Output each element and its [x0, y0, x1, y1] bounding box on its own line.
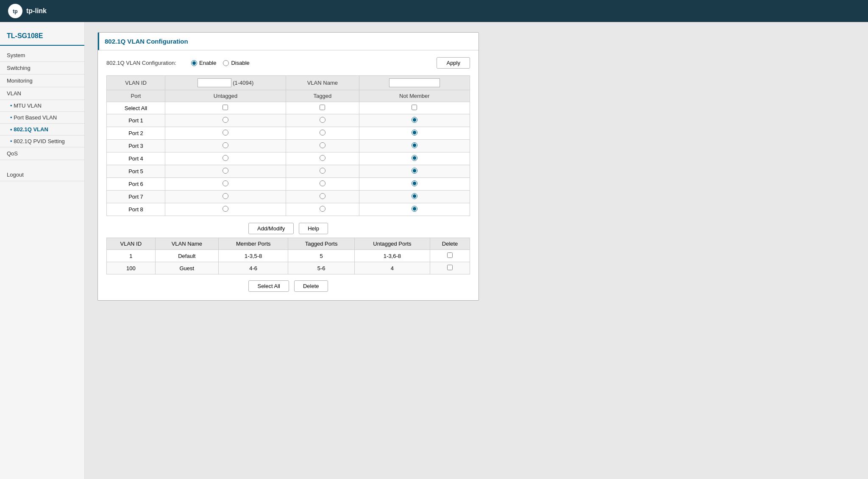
sidebar-item-8021q-vlan[interactable]: 802.1Q VLAN — [0, 124, 84, 136]
table-row: Port 6 — [107, 178, 470, 191]
port4-tagged-radio[interactable] — [320, 155, 326, 161]
vlan-row-delete-checkbox-1[interactable] — [447, 252, 453, 258]
select-all-not-member-cell — [359, 102, 470, 114]
port7-tagged-radio[interactable] — [320, 193, 326, 199]
table-row: Port 5 — [107, 165, 470, 178]
port6-not-member-radio[interactable] — [412, 180, 417, 186]
sidebar-item-logout[interactable]: Logout — [0, 169, 84, 181]
vlan-row-untagged-ports: 4 — [354, 262, 430, 274]
enable-label: Enable — [199, 60, 216, 66]
col-vlan-name-input — [359, 76, 470, 90]
port3-tagged-radio[interactable] — [320, 142, 326, 148]
port1-untagged-radio[interactable] — [223, 117, 228, 123]
main-layout: TL-SG108E System Switching Monitoring VL… — [0, 22, 868, 479]
port2-untagged-radio[interactable] — [223, 130, 228, 136]
help-button[interactable]: Help — [299, 223, 328, 234]
port-label: Port 3 — [107, 140, 165, 152]
port-label: Port 2 — [107, 127, 165, 140]
sidebar-section-vlan: VLAN — [0, 87, 84, 100]
select-all-not-member-checkbox[interactable] — [412, 105, 417, 110]
vlan-id-input[interactable] — [198, 78, 231, 87]
port8-tagged-radio[interactable] — [320, 206, 326, 212]
col-vlan-id: VLAN ID — [107, 76, 165, 90]
bottom-col-untagged-ports: Untagged Ports — [354, 238, 430, 250]
vlan-id-range: (1-4094) — [233, 80, 253, 86]
select-all-row: Select All — [107, 102, 470, 114]
panel-title: 802.1Q VLAN Configuration — [98, 33, 479, 50]
bottom-btn-row: Select All Delete — [106, 280, 470, 292]
vlan-row-delete-cell — [430, 262, 470, 274]
vlan-row-id: 1 — [107, 250, 156, 262]
port6-tagged-radio[interactable] — [320, 180, 326, 186]
vlan-list-row: 100 Guest 4-6 5-6 4 — [107, 262, 470, 274]
bottom-col-tagged-ports: Tagged Ports — [288, 238, 354, 250]
vlan-row-tagged-ports: 5 — [288, 250, 354, 262]
port5-untagged-radio[interactable] — [223, 168, 228, 174]
table-row: Port 2 — [107, 127, 470, 140]
port4-untagged-radio[interactable] — [223, 155, 228, 161]
sidebar-item-monitoring[interactable]: Monitoring — [0, 75, 84, 87]
col-vlan-id-input: (1-4094) — [165, 76, 286, 90]
port-label: Port 5 — [107, 165, 165, 178]
config-label: 802.1Q VLAN Configuration: — [106, 60, 183, 66]
sidebar-item-mtu-vlan[interactable]: MTU VLAN — [0, 100, 84, 112]
port2-tagged-radio[interactable] — [320, 130, 326, 136]
vlan-row-member-ports: 4-6 — [219, 262, 288, 274]
sidebar-item-port-based-vlan[interactable]: Port Based VLAN — [0, 112, 84, 124]
vlan-name-input[interactable] — [389, 78, 440, 87]
vlan-config-panel: 802.1Q VLAN Configuration 802.1Q VLAN Co… — [97, 32, 479, 301]
port7-untagged-radio[interactable] — [223, 193, 228, 199]
port5-not-member-radio[interactable] — [412, 168, 417, 174]
vlan-config-table: VLAN ID (1-4094) VLAN Name Port Untagged — [106, 75, 470, 216]
col-vlan-name: VLAN Name — [286, 76, 359, 90]
table-row: Port 7 — [107, 191, 470, 203]
radio-group: Enable Disable — [191, 60, 250, 66]
port7-not-member-radio[interactable] — [412, 193, 417, 199]
vlan-list-table: VLAN ID VLAN Name Member Ports Tagged Po… — [106, 238, 470, 274]
sidebar-item-8021q-pvid[interactable]: 802.1Q PVID Setting — [0, 136, 84, 147]
sidebar-item-qos[interactable]: QoS — [0, 147, 84, 160]
port-label: Port 8 — [107, 203, 165, 216]
table-row: Port 1 — [107, 114, 470, 127]
table-row: Port 8 — [107, 203, 470, 216]
header: tp tp-link — [0, 0, 868, 22]
device-name: TL-SG108E — [0, 29, 84, 46]
port4-not-member-radio[interactable] — [412, 155, 417, 161]
vlan-row-name: Guest — [155, 262, 218, 274]
delete-button[interactable]: Delete — [294, 280, 328, 292]
col-not-member-header: Not Member — [359, 90, 470, 102]
select-all-label: Select All — [107, 102, 165, 114]
port5-tagged-radio[interactable] — [320, 168, 326, 174]
action-btn-row: Add/Modify Help — [106, 223, 470, 234]
sidebar-item-switching[interactable]: Switching — [0, 62, 84, 75]
add-modify-button[interactable]: Add/Modify — [248, 223, 294, 234]
bottom-col-vlan-id: VLAN ID — [107, 238, 156, 250]
vlan-row-delete-cell — [430, 250, 470, 262]
port1-not-member-radio[interactable] — [412, 117, 417, 123]
apply-button[interactable]: Apply — [437, 57, 470, 69]
port1-tagged-radio[interactable] — [320, 117, 326, 123]
port8-not-member-radio[interactable] — [412, 206, 417, 212]
select-all-tagged-checkbox[interactable] — [320, 105, 325, 110]
port8-untagged-radio[interactable] — [223, 206, 228, 212]
select-all-untagged-checkbox[interactable] — [223, 105, 228, 110]
svg-text:tp: tp — [13, 8, 17, 14]
enable-radio-label[interactable]: Enable — [191, 60, 216, 66]
vlan-row-delete-checkbox-2[interactable] — [447, 265, 453, 270]
port-label: Port 7 — [107, 191, 165, 203]
enable-radio[interactable] — [191, 60, 197, 66]
logo: tp tp-link — [8, 3, 47, 19]
table-row: Port 4 — [107, 152, 470, 165]
port3-not-member-radio[interactable] — [412, 142, 417, 148]
port6-untagged-radio[interactable] — [223, 180, 228, 186]
disable-radio[interactable] — [223, 60, 229, 66]
vlan-row-id: 100 — [107, 262, 156, 274]
select-all-button[interactable]: Select All — [248, 280, 289, 292]
sidebar-item-system[interactable]: System — [0, 49, 84, 62]
port3-untagged-radio[interactable] — [223, 142, 228, 148]
port2-not-member-radio[interactable] — [412, 130, 417, 136]
disable-label: Disable — [231, 60, 249, 66]
disable-radio-label[interactable]: Disable — [223, 60, 249, 66]
sidebar: TL-SG108E System Switching Monitoring VL… — [0, 22, 85, 479]
vlan-list-row: 1 Default 1-3,5-8 5 1-3,6-8 — [107, 250, 470, 262]
